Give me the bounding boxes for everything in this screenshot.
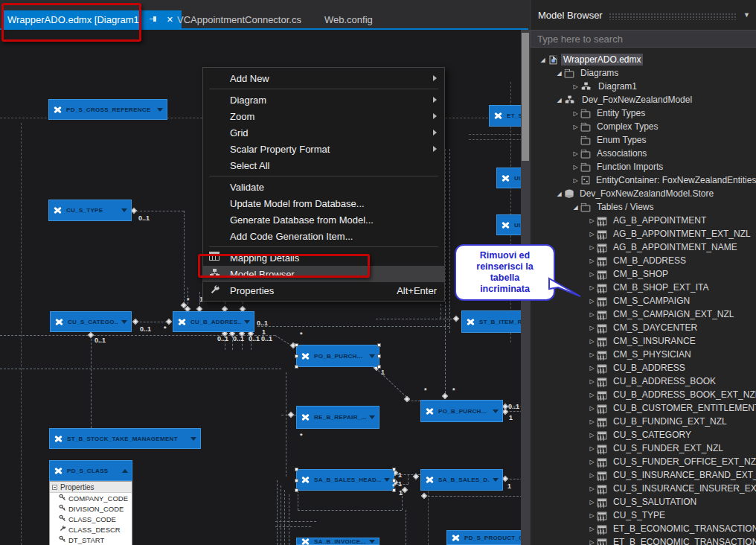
tree-item-cu-s-insurance-brand-ext-nzl[interactable]: ▷CU_S_INSURANCE_BRAND_EXT_NZL <box>531 468 756 482</box>
selection-handle[interactable] <box>295 343 298 347</box>
selection-handle[interactable] <box>295 488 298 492</box>
menu-item-properties[interactable]: PropertiesAlt+Enter <box>203 282 444 299</box>
selection-handle[interactable] <box>295 365 298 369</box>
tree-item-diagram1[interactable]: ▷Diagram1 <box>531 80 756 93</box>
selection-handle[interactable] <box>377 354 381 358</box>
expand-chevron-icon[interactable] <box>122 469 128 473</box>
expander-collapsed-icon[interactable]: ▷ <box>587 485 597 492</box>
expander-collapsed-icon[interactable]: ▷ <box>587 526 597 532</box>
tree-item-cu-s-insurance-insurer-ext-nz[interactable]: ▷CU_S_INSURANCE_INSURER_EXT_NZ <box>531 482 756 495</box>
expander-collapsed-icon[interactable]: ▷ <box>587 472 597 479</box>
expander-collapsed-icon[interactable]: ▷ <box>587 231 597 238</box>
expander-collapsed-icon[interactable]: ▷ <box>571 110 580 117</box>
tree-item-dev-foxnewzealandmodel[interactable]: ◢Dev_FoxNewZealandModel <box>531 93 756 106</box>
tree-item-cu-b-address[interactable]: ▷CU_B_ADDRESS <box>531 361 756 375</box>
tree-item-et-b-economic-transaction[interactable]: ▷ET_B_ECONOMIC_TRANSACTION <box>531 522 756 535</box>
tree-item-associations[interactable]: ▷Associations <box>531 147 756 160</box>
entity-st-b-item-re[interactable]: ST_B_ITEM_RE <box>461 310 530 333</box>
expander-collapsed-icon[interactable]: ▷ <box>571 177 580 184</box>
selection-handle[interactable] <box>295 468 298 471</box>
menu-item-select-all[interactable]: Select All <box>203 157 444 173</box>
entity-pd-s-cross-reference[interactable]: PD_S_CROSS_REFERENCE <box>48 99 167 120</box>
tree-item-cu-s-type[interactable]: ▷CU_S_TYPE <box>531 509 756 522</box>
entity-st-b-stock-take-management[interactable]: ST_B_STOCK_TAKE_MANAGEMENT <box>49 428 201 449</box>
menu-item-diagram[interactable]: Diagram <box>203 92 444 108</box>
canvas-scrollbar-thumb[interactable] <box>522 33 529 161</box>
entity-cu-b-addres[interactable]: CU_B_ADDRES... <box>173 311 254 332</box>
expander-collapsed-icon[interactable]: ▷ <box>587 284 597 291</box>
tree-item-ag-b-appointment[interactable]: ▷AG_B_APPOINTMENT <box>531 214 756 227</box>
tree-item-cm-b-address[interactable]: ▷CM_B_ADDRESS <box>531 254 756 267</box>
expander-collapsed-icon[interactable]: ▷ <box>587 311 597 318</box>
tree-item-entity-types[interactable]: ▷Entity Types <box>531 106 756 120</box>
tree-item-cm-s-campaign-ext-nzl[interactable]: ▷CM_S_CAMPAIGN_EXT_NZL <box>531 307 756 321</box>
editor-tab[interactable]: VCAppointmentConnector.cs <box>171 10 307 28</box>
entity-cu-s-type[interactable]: CU_S_TYPE <box>48 200 132 221</box>
collapse-chevron-icon[interactable] <box>157 108 163 112</box>
tree-item-dev-foxnewzealandmodel-store[interactable]: ◢Dev_FoxNewZealandModel.Store <box>531 187 756 200</box>
expander-collapsed-icon[interactable]: ▷ <box>587 271 597 278</box>
expander-expanded-icon[interactable]: ◢ <box>554 70 564 77</box>
menu-item-add-new[interactable]: Add New <box>203 70 444 86</box>
selection-handle[interactable] <box>392 468 396 471</box>
tree-item-enum-types[interactable]: Enum Types <box>531 133 756 147</box>
tree-item-complex-types[interactable]: ▷Complex Types <box>531 120 756 133</box>
tree-item-cu-s-funder-office-ext-nzl[interactable]: ▷CU_S_FUNDER_OFFICE_EXT_NZL <box>531 455 756 468</box>
expander-collapsed-icon[interactable]: ▷ <box>587 405 597 412</box>
expander-expanded-icon[interactable]: ◢ <box>571 204 580 211</box>
tree-item-cu-s-category[interactable]: ▷CU_S_CATEGORY <box>531 428 756 442</box>
expander-collapsed-icon[interactable]: ▷ <box>587 512 597 519</box>
collapse-chevron-icon[interactable] <box>121 320 127 324</box>
expander-collapsed-icon[interactable]: ▷ <box>587 298 597 305</box>
entity-po-b-purch[interactable]: PO_B_PURCH... <box>420 400 503 422</box>
menu-item-validate[interactable]: Validate <box>203 179 444 195</box>
scalar-property-row[interactable]: CLASS_DESCR <box>50 524 132 535</box>
expander-collapsed-icon[interactable]: ▷ <box>587 338 597 345</box>
expander-collapsed-icon[interactable]: ▷ <box>571 150 580 157</box>
menu-item-scalar-property-format[interactable]: Scalar Property Format <box>203 141 444 157</box>
menu-item-generate-database-from-model[interactable]: Generate Database from Model... <box>203 211 444 228</box>
entity-sa-b-sales-head[interactable]: SA_B_SALES_HEAD... <box>296 469 394 491</box>
scalar-property-row[interactable]: CLASS_CODE <box>50 514 132 524</box>
expander-collapsed-icon[interactable]: ▷ <box>587 539 597 545</box>
menu-item-update-model-from-database[interactable]: Update Model from Database... <box>203 195 444 211</box>
collapse-chevron-icon[interactable] <box>190 437 196 441</box>
pin-icon[interactable] <box>149 15 158 24</box>
expander-collapsed-icon[interactable]: ▷ <box>587 432 597 439</box>
tree-item-cu-b-funding-ext-nzl[interactable]: ▷CU_B_FUNDING_EXT_NZL <box>531 415 756 428</box>
tree-item-cu-b-customer-entitlement-d[interactable]: ▷CU_B_CUSTOMER_ENTITLEMENT_D <box>531 401 756 415</box>
selection-handle[interactable] <box>295 479 298 482</box>
collapse-chevron-icon[interactable] <box>369 415 375 419</box>
expander-collapsed-icon[interactable]: ▷ <box>587 459 597 465</box>
expander-collapsed-icon[interactable]: ▷ <box>587 499 597 506</box>
tree-item-cu-s-salutation[interactable]: ▷CU_S_SALUTATION <box>531 495 756 509</box>
collapse-chevron-icon[interactable] <box>369 540 375 544</box>
entity-pd-s-class[interactable]: PD_S_CLASS <box>49 460 132 481</box>
selection-handle[interactable] <box>392 479 396 482</box>
scalar-property-row[interactable]: COMPANY_CODE <box>50 493 132 503</box>
menu-item-add-code-generation-item[interactable]: Add Code Generation Item... <box>203 228 444 244</box>
expander-collapsed-icon[interactable]: ▷ <box>571 164 580 170</box>
scalar-property-row[interactable]: DIVISION_CODE <box>50 503 132 514</box>
collapse-chevron-icon[interactable] <box>244 320 250 324</box>
expander-expanded-icon[interactable]: ◢ <box>554 97 564 103</box>
menu-item-zoom[interactable]: Zoom <box>203 108 444 124</box>
collapse-chevron-icon[interactable] <box>384 478 390 482</box>
tree-item-cu-b-address-book[interactable]: ▷CU_B_ADDRESS_BOOK <box>531 375 756 388</box>
entity-cu-s-catego[interactable]: CU_S_CATEGO... <box>50 311 132 332</box>
properties-section-header[interactable]: Properties <box>50 482 132 493</box>
expander-collapsed-icon[interactable]: ▷ <box>587 378 597 385</box>
expander-collapsed-icon[interactable]: ▷ <box>587 325 597 331</box>
tree-item-cu-s-funder-ext-nzl[interactable]: ▷CU_S_FUNDER_EXT_NZL <box>531 442 756 455</box>
selection-handle[interactable] <box>295 354 298 358</box>
tree-item-ag-b-appointment-name[interactable]: ▷AG_B_APPOINTMENT_NAME <box>531 240 756 254</box>
expander-collapsed-icon[interactable]: ▷ <box>587 244 597 251</box>
tree-item-cm-s-daycenter[interactable]: ▷CM_S_DAYCENTER <box>531 321 756 334</box>
panel-menu-caret-icon[interactable]: ▼ <box>743 11 750 19</box>
panel-drag-grip[interactable] <box>609 13 737 20</box>
collapse-section-icon[interactable] <box>52 485 57 490</box>
tree-item-tables-views[interactable]: ◢Tables / Views <box>531 200 756 214</box>
model-browser-header[interactable]: Model Browser ▼ <box>531 0 756 30</box>
menu-item-grid[interactable]: Grid <box>203 124 444 141</box>
expander-collapsed-icon[interactable]: ▷ <box>587 392 597 398</box>
